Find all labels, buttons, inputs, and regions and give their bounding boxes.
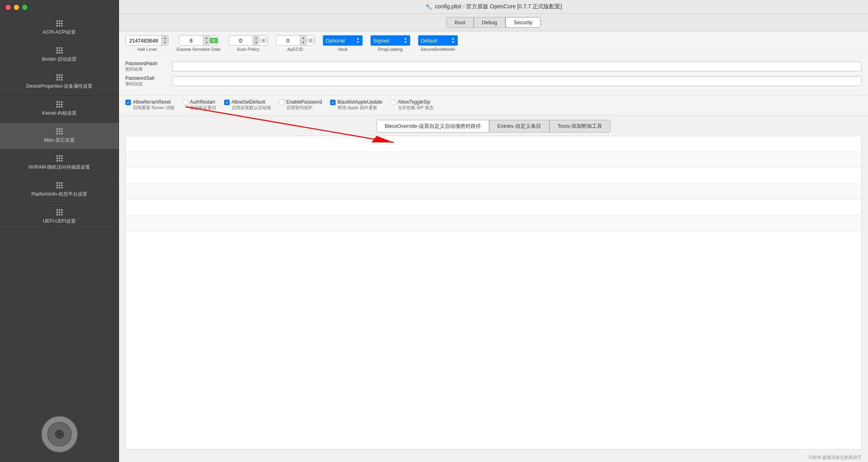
sidebar-item-icon bbox=[56, 20, 63, 27]
annotation-container: AllowNvramReset启用重置 Nvram 功能AuthRestart身… bbox=[119, 95, 868, 115]
apecid-up[interactable]: ▲ bbox=[300, 36, 307, 40]
sidebar-item-platform[interactable]: PlatformInfo-机型平台设置 bbox=[0, 177, 119, 204]
checkbox-label-main: BlacklistAppleUpdate bbox=[338, 99, 382, 105]
checkbox-authRestart[interactable] bbox=[182, 100, 188, 105]
scan-policy-group: ▲ ▼ ≡ Scan Policy bbox=[229, 35, 268, 52]
apecid-wrapper: ▲ ▼ ≡ bbox=[276, 35, 315, 46]
traffic-lights bbox=[0, 0, 119, 15]
scan-policy-icon: ≡ bbox=[259, 38, 267, 43]
checkbox-item-allowSetDefault: AllowSetDefault启用设置默认启动项 bbox=[224, 99, 271, 111]
table-row bbox=[126, 152, 861, 168]
password-salt-label-sub: 密码加盐 bbox=[125, 81, 169, 87]
secure-boot-select[interactable]: Default ▲ ▼ bbox=[418, 35, 458, 46]
checkbox-label-allowNvramReset: AllowNvramReset启用重置 Nvram 功能 bbox=[133, 99, 175, 111]
scan-policy-input[interactable] bbox=[229, 37, 253, 45]
bottom-tab-blessoverride[interactable]: BlessOverride-设置自定义启动项绝对路径 bbox=[376, 120, 489, 133]
sidebar-item-kernel[interactable]: Kernel-内核设置 bbox=[0, 96, 119, 123]
checkbox-allowToggleSip[interactable] bbox=[390, 100, 396, 105]
scan-policy-down[interactable]: ▼ bbox=[253, 40, 259, 45]
checkbox-label-main: AllowSetDefault bbox=[232, 99, 271, 105]
sidebar-bottom bbox=[0, 406, 119, 462]
apecid-down[interactable]: ▼ bbox=[300, 40, 307, 45]
expose-up[interactable]: ▲ bbox=[204, 36, 210, 40]
tab-security[interactable]: Security bbox=[505, 17, 541, 28]
dmg-loading-value: Signed bbox=[373, 38, 389, 44]
scan-policy-label: Scan Policy bbox=[236, 47, 259, 52]
checkbox-item-allowNvramReset: AllowNvramReset启用重置 Nvram 功能 bbox=[125, 99, 175, 111]
sidebar-item-booter[interactable]: Booter-启动设置 bbox=[0, 42, 119, 69]
svg-point-3 bbox=[58, 433, 61, 436]
dmg-loading-select[interactable]: Signed ▲ ▼ bbox=[371, 35, 410, 46]
bottom-tabs: BlessOverride-设置自定义启动项绝对路径Entries-自定义条目T… bbox=[119, 115, 868, 136]
sidebar-item-icon bbox=[56, 209, 63, 216]
expose-down[interactable]: ▼ bbox=[204, 40, 210, 45]
bottom-tab-tools[interactable]: Tools-添加附加工具 bbox=[549, 120, 611, 133]
password-hash-input[interactable] bbox=[172, 62, 862, 71]
sidebar-item-label: UEFI-UEFI设置 bbox=[43, 218, 76, 225]
sidebar-item-icon bbox=[56, 74, 63, 81]
password-hash-label-group: PasswordHash 密码哈希 bbox=[125, 61, 169, 72]
sidebar-items: ACPI-ACPI设置Booter-启动设置DeviceProperties-设… bbox=[0, 15, 119, 406]
checkbox-allowSetDefault[interactable] bbox=[224, 100, 230, 105]
sidebar-item-acpi[interactable]: ACPI-ACPI设置 bbox=[0, 15, 119, 42]
footer: CSDN @落清灰尘的风信子 bbox=[119, 453, 868, 462]
scan-policy-up[interactable]: ▲ bbox=[253, 36, 259, 40]
expose-sensitive-input[interactable] bbox=[179, 37, 203, 45]
window-title: config.plist - 官方原版 OpenCore [0.7.7 正式版配… bbox=[435, 3, 562, 10]
table-row bbox=[126, 200, 861, 216]
vault-select[interactable]: Optional ▲ ▼ bbox=[323, 35, 363, 46]
checkbox-item-allowToggleSip: AllowToggleSip允许切换 SIP 状态 bbox=[390, 99, 434, 111]
checkbox-label-sub: 身份验证重启 bbox=[190, 105, 216, 111]
checkbox-label-enablePassword: EnablePassword启用密码保护 bbox=[286, 99, 322, 111]
password-hash-row: PasswordHash 密码哈希 bbox=[125, 61, 862, 72]
sidebar-item-icon bbox=[56, 47, 63, 54]
footer-text: CSDN @落清灰尘的风信子 bbox=[809, 455, 862, 460]
tab-boot[interactable]: Boot bbox=[446, 17, 474, 28]
table-row bbox=[126, 136, 861, 152]
halt-level-input-wrapper: ▲ ▼ bbox=[125, 35, 169, 46]
halt-level-label: Halt Level bbox=[137, 47, 157, 52]
halt-level-down[interactable]: ▼ bbox=[162, 40, 168, 45]
close-button[interactable] bbox=[6, 5, 11, 10]
checkbox-row: AllowNvramReset启用重置 Nvram 功能AuthRestart身… bbox=[125, 99, 862, 111]
tab-debug[interactable]: Debug bbox=[474, 17, 505, 28]
secure-boot-value: Default bbox=[421, 38, 437, 44]
checkbox-label-sub: 启用重置 Nvram 功能 bbox=[133, 105, 175, 111]
checkbox-label-sub: 启用密码保护 bbox=[286, 105, 322, 111]
sidebar-item-misc[interactable]: Misc-其它设置 bbox=[0, 123, 119, 150]
password-salt-row: PasswordSalt 密码加盐 bbox=[125, 75, 862, 87]
halt-level-input[interactable] bbox=[126, 37, 161, 45]
sidebar-item-label: PlatformInfo-机型平台设置 bbox=[31, 191, 87, 198]
checkbox-label-authRestart: AuthRestart身份验证重启 bbox=[190, 99, 216, 111]
apecid-label: ApECID bbox=[287, 47, 303, 52]
checkbox-blacklistAppleUpdate[interactable] bbox=[330, 100, 336, 105]
sidebar-item-icon bbox=[56, 155, 63, 162]
sidebar-item-device[interactable]: DeviceProperties-设备属性设置 bbox=[0, 69, 119, 96]
halt-level-up[interactable]: ▲ bbox=[162, 36, 168, 40]
content-area bbox=[125, 136, 862, 450]
checkbox-allowNvramReset[interactable] bbox=[125, 100, 131, 105]
password-hash-label-main: PasswordHash bbox=[125, 61, 169, 66]
password-salt-input[interactable] bbox=[172, 76, 862, 86]
bottom-tab-entries[interactable]: Entries-自定义条目 bbox=[489, 120, 549, 133]
checkbox-label-allowToggleSip: AllowToggleSip允许切换 SIP 状态 bbox=[398, 99, 434, 111]
halt-level-stepper: ▲ ▼ bbox=[161, 36, 168, 45]
apecid-icon-glyph: ≡ bbox=[309, 38, 312, 43]
sidebar-item-icon bbox=[56, 128, 63, 135]
expose-sensitive-label: Expose Sensitive Data bbox=[177, 47, 221, 52]
sidebar-item-nvram[interactable]: NVRAM-随机访问存储器设置 bbox=[0, 150, 119, 177]
expose-sensitive-group: ▲ ▼ ≡ Expose Sensitive Data bbox=[177, 35, 221, 52]
checkbox-label-main: EnablePassword bbox=[286, 99, 322, 105]
secure-boot-arrows: ▲ ▼ bbox=[451, 37, 455, 44]
vault-arrows: ▲ ▼ bbox=[356, 37, 360, 44]
file-icon: 🔧 bbox=[425, 4, 432, 10]
minimize-button[interactable] bbox=[14, 5, 19, 10]
sidebar-item-uefi[interactable]: UEFI-UEFI设置 bbox=[0, 204, 119, 231]
apecid-input[interactable] bbox=[276, 37, 300, 45]
controls-row: ▲ ▼ Halt Level ▲ ▼ ≡ Expose Sensitive Da… bbox=[119, 31, 868, 56]
checkbox-label-main: AllowNvramReset bbox=[133, 99, 175, 105]
sidebar-item-label: ACPI-ACPI设置 bbox=[42, 29, 76, 36]
sidebar-item-label: DeviceProperties-设备属性设置 bbox=[26, 83, 92, 90]
checkbox-enablePassword[interactable] bbox=[279, 100, 284, 105]
maximize-button[interactable] bbox=[22, 5, 27, 10]
